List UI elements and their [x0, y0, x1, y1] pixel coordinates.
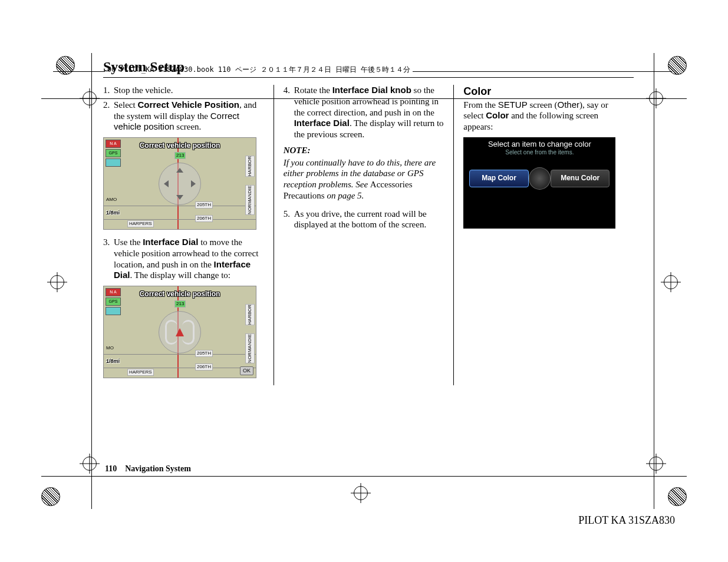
road-label: AMO — [105, 197, 118, 203]
rotate-dial — [159, 311, 201, 353]
registration-mark — [83, 457, 97, 471]
ok-button: OK — [240, 366, 253, 375]
hatch-mark — [668, 56, 687, 75]
crop-line — [654, 53, 654, 509]
page-title: System Setup — [103, 59, 634, 75]
road-label: 206TH — [195, 215, 213, 222]
screenshot-color-menu: Select an item to change color Select on… — [463, 137, 615, 229]
hatch-mark — [56, 56, 75, 75]
column-3: Color From the SETUP screen (Other), say… — [453, 85, 634, 385]
step-number: 1. — [103, 85, 114, 96]
registration-mark — [649, 457, 663, 471]
step-text: Rotate the Interface Dial knob so the ve… — [294, 85, 444, 140]
step-number: 3. — [103, 237, 114, 281]
note-heading: NOTE: — [284, 145, 444, 156]
arrow-right-icon — [191, 180, 196, 187]
gps-icon: GPS — [106, 297, 121, 306]
screenshot-subtitle: Select one from the items. — [463, 149, 615, 157]
chip-icon — [106, 307, 121, 315]
page-number: 110 — [105, 464, 117, 473]
column-1: 1. Stop the vehicle. 2. Select Correct V… — [103, 85, 274, 385]
road-label: HARPERS — [127, 369, 154, 376]
road-line — [104, 219, 256, 220]
hatch-mark — [668, 487, 687, 506]
screenshot-correct-position-1: Correct vehicle position N A GPS 205TH 2… — [103, 137, 256, 230]
chip-icon — [106, 158, 121, 167]
screenshot-title: Select an item to change color — [463, 137, 615, 149]
step-text: Select Correct Vehicle Position, and the… — [114, 100, 264, 133]
map-color-button: Map Color — [469, 170, 528, 187]
road-line — [104, 206, 256, 206]
registration-mark — [664, 275, 678, 289]
registration-mark — [354, 486, 368, 500]
screenshot-title: Correct vehicle position — [140, 141, 220, 150]
step-text: Use the Interface Dial to move the vehic… — [114, 237, 264, 281]
screenshot-title: Correct vehicle position — [140, 290, 220, 299]
registration-mark — [50, 275, 64, 289]
note-body: If you continually have to do this, ther… — [284, 157, 444, 201]
section-name: Navigation System — [125, 464, 191, 473]
road-label: HARBOR — [245, 304, 255, 325]
road-label: NORMANDIE — [245, 185, 255, 215]
screenshot-correct-position-2: Correct vehicle position N A GPS 205TH 2… — [103, 286, 256, 378]
dial-icon — [529, 167, 551, 190]
road-label: 213 — [174, 300, 186, 308]
na-icon: N A — [106, 288, 121, 296]
road-label: NORMANDIE — [245, 333, 255, 363]
footer-left: 110 Navigation System — [105, 464, 191, 474]
menu-color-button: Menu Color — [551, 170, 610, 187]
crop-line — [91, 53, 92, 509]
arrow-down-icon — [176, 195, 183, 200]
gps-icon: GPS — [106, 149, 121, 157]
road-line — [104, 368, 256, 368]
road-label: MO — [105, 345, 115, 351]
column-2: 4. Rotate the Interface Dial knob so the… — [274, 85, 454, 385]
doc-id: PILOT KA 31SZA830 — [578, 514, 675, 527]
road-label: 213 — [174, 152, 186, 159]
road-label: 205TH — [195, 350, 213, 357]
road-line — [104, 354, 256, 355]
hatch-mark — [41, 487, 60, 506]
scale-badge: 1/8mi — [106, 210, 120, 216]
scale-badge: 1/8mi — [106, 358, 120, 365]
arrow-left-icon — [164, 180, 169, 187]
na-icon: N A — [106, 140, 121, 148]
title-rule — [103, 77, 634, 78]
step-text: Stop the vehicle. — [114, 85, 264, 96]
arrow-up-icon — [176, 168, 183, 173]
rotate-right-icon — [182, 320, 195, 345]
section-heading: Color — [463, 85, 624, 98]
step-text: As you drive, the current road will be d… — [294, 209, 444, 231]
road-label: HARPERS — [127, 220, 154, 227]
road-label: 206TH — [195, 363, 213, 371]
step-number: 4. — [284, 85, 294, 140]
section-intro: From the SETUP screen (Other), say or se… — [463, 100, 624, 133]
direction-pad — [159, 163, 201, 205]
crop-line — [41, 476, 687, 477]
step-number: 2. — [103, 100, 114, 133]
car-arrow-icon — [176, 328, 184, 336]
step-number: 5. — [284, 209, 294, 231]
road-label: HARBOR — [245, 156, 255, 177]
road-label: 205TH — [195, 201, 213, 209]
